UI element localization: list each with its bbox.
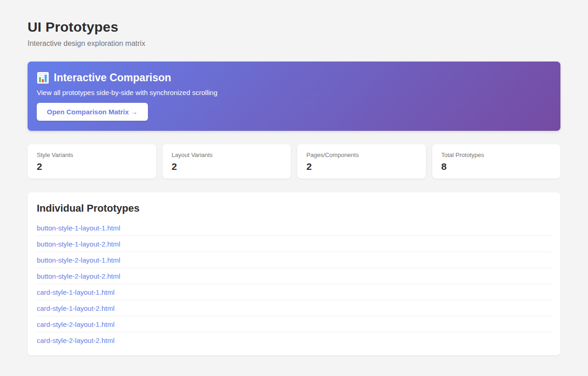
open-comparison-matrix-button[interactable]: Open Comparison Matrix →: [37, 103, 148, 121]
list-item: button-style-1-layout-1.html: [37, 220, 551, 236]
banner-title-row: Interactive Comparison: [37, 72, 551, 84]
list-item: card-style-1-layout-1.html: [37, 284, 551, 300]
list-item: button-style-1-layout-2.html: [37, 236, 551, 252]
list-item: card-style-1-layout-2.html: [37, 300, 551, 316]
stat-card-pages-components: Pages/Components 2: [297, 144, 426, 179]
stat-label: Pages/Components: [306, 152, 417, 158]
bar-chart-icon: [37, 72, 49, 84]
prototype-link-button-style-2-layout-2[interactable]: button-style-2-layout-2.html: [37, 268, 120, 284]
prototype-link-card-style-2-layout-1[interactable]: card-style-2-layout-1.html: [37, 316, 114, 332]
list-item: button-style-2-layout-2.html: [37, 268, 551, 284]
individual-prototypes-card: Individual Prototypes button-style-1-lay…: [28, 192, 560, 355]
prototype-list: button-style-1-layout-1.html button-styl…: [37, 220, 551, 348]
list-item: card-style-2-layout-1.html: [37, 316, 551, 332]
individual-prototypes-heading: Individual Prototypes: [37, 202, 551, 214]
prototype-link-card-style-1-layout-2[interactable]: card-style-1-layout-2.html: [37, 300, 114, 316]
page-subtitle: Interactive design exploration matrix: [28, 39, 560, 48]
stat-value: 2: [172, 161, 282, 172]
stat-card-total-prototypes: Total Prototypes 8: [432, 144, 561, 179]
stat-value: 2: [37, 161, 147, 172]
stat-label: Layout Variants: [172, 152, 282, 158]
stats-row: Style Variants 2 Layout Variants 2 Pages…: [28, 144, 560, 179]
stat-label: Style Variants: [37, 152, 147, 158]
stat-label: Total Prototypes: [441, 152, 552, 158]
stat-card-layout-variants: Layout Variants 2: [163, 144, 291, 179]
page-title: UI Prototypes: [28, 19, 560, 35]
stat-value: 8: [441, 161, 552, 172]
prototype-link-card-style-2-layout-2[interactable]: card-style-2-layout-2.html: [37, 332, 114, 348]
list-item: button-style-2-layout-1.html: [37, 252, 551, 268]
prototype-link-button-style-2-layout-1[interactable]: button-style-2-layout-1.html: [37, 252, 120, 268]
banner-title: Interactive Comparison: [54, 72, 171, 84]
page: UI Prototypes Interactive design explora…: [0, 0, 588, 376]
interactive-comparison-banner: Interactive Comparison View all prototyp…: [28, 62, 560, 131]
prototype-link-button-style-1-layout-1[interactable]: button-style-1-layout-1.html: [37, 220, 120, 236]
banner-description: View all prototypes side-by-side with sy…: [37, 89, 551, 96]
stat-value: 2: [306, 161, 417, 172]
stat-card-style-variants: Style Variants 2: [28, 144, 156, 179]
list-item: card-style-2-layout-2.html: [37, 332, 551, 348]
prototype-link-button-style-1-layout-2[interactable]: button-style-1-layout-2.html: [37, 236, 120, 252]
prototype-link-card-style-1-layout-1[interactable]: card-style-1-layout-1.html: [37, 284, 114, 300]
